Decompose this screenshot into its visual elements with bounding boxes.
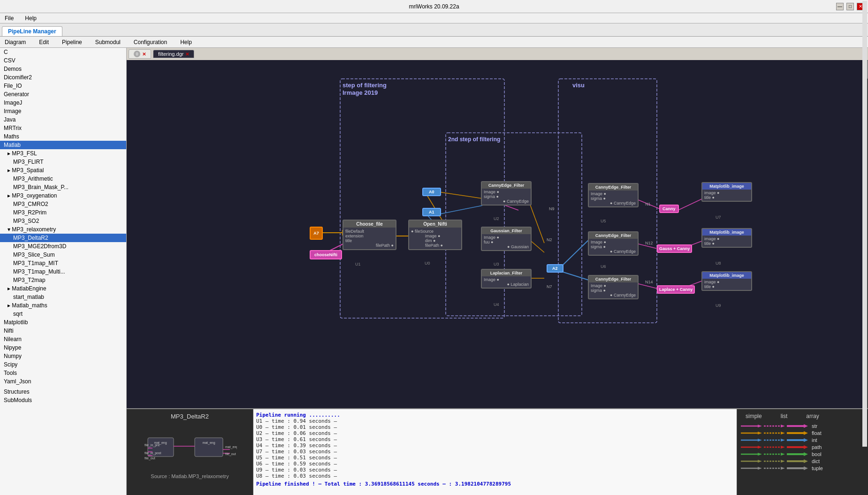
sidebar-item-nilearn[interactable]: Nilearn bbox=[0, 335, 126, 343]
sidebar-item-generator[interactable]: Generator bbox=[0, 90, 126, 99]
node-canny-3[interactable]: CannyEdge_Filter Image ● sigma ● ● Canny… bbox=[588, 231, 639, 256]
node-a0[interactable]: A0 bbox=[422, 188, 441, 196]
choose-file-header: Choose_file bbox=[343, 221, 396, 228]
sidebar-tree-mp3relaxometry[interactable]: ▾ MP3_relaxometry bbox=[0, 225, 126, 234]
sidebar-item-c[interactable]: C bbox=[0, 48, 126, 56]
sidebar-tree-mp3spatial[interactable]: ▸ MP3_Spatial bbox=[0, 166, 126, 175]
node-matplotlib-1[interactable]: Matplotlib_image image ● title ● bbox=[701, 182, 752, 202]
main-container: PipeLine Manager Diagram Edit Pipeline S… bbox=[0, 23, 868, 495]
node-a1[interactable]: A1 bbox=[422, 208, 441, 216]
node-id-u8: U8 bbox=[716, 261, 721, 266]
svg-marker-76 bbox=[804, 459, 808, 463]
sidebar-item-irmage[interactable]: Irmage bbox=[0, 107, 126, 115]
sidebar-item-file-io[interactable]: File_IO bbox=[0, 82, 126, 90]
node-matplotlib-2[interactable]: Matplotlib_image image ● title ● bbox=[701, 228, 752, 248]
sidebar-item-imagej[interactable]: ImageJ bbox=[0, 99, 126, 107]
log-lines: U1 — time : 0.94 seconds —U0 — time : 0.… bbox=[256, 418, 734, 479]
node-canny-2[interactable]: CannyEdge_Filter Image ● sigma ● ● Canny… bbox=[588, 183, 639, 207]
legend-line-array bbox=[787, 423, 808, 429]
legend-row: bool bbox=[741, 451, 864, 457]
sidebar-item-tools[interactable]: Tools bbox=[0, 369, 126, 377]
sidebar-tree-mp3t2map[interactable]: MP3_T2map bbox=[0, 276, 126, 284]
sidebar-tree-mp3cmro2[interactable]: MP3_CMRO2 bbox=[0, 200, 126, 208]
sidebar-item-submoduls[interactable]: SubModuls bbox=[0, 396, 126, 404]
diag-menu-pipeline[interactable]: Pipeline bbox=[59, 38, 85, 46]
sidebar-tree-sqrt[interactable]: sqrt bbox=[0, 310, 126, 318]
log-line: U1 — time : 0.94 seconds — bbox=[256, 418, 734, 424]
sidebar-item-matplotlib[interactable]: Matplotlib bbox=[0, 318, 126, 327]
menu-file[interactable]: File bbox=[2, 14, 16, 23]
sidebar-tree-mp3slice[interactable]: MP3_Slice_Sum bbox=[0, 251, 126, 259]
svg-marker-82 bbox=[804, 466, 808, 470]
sidebar-tree-startmatlab[interactable]: start_matlab bbox=[0, 293, 126, 301]
sidebar-tree-matlabengine[interactable]: ▸ MatlabEngine bbox=[0, 284, 126, 293]
tab-close-filtering[interactable]: ✕ bbox=[185, 52, 189, 57]
node-a5[interactable]: Laplace + Canny bbox=[657, 285, 695, 294]
sidebar-tree-mp3arithmetic[interactable]: MP3_Arithmetic bbox=[0, 175, 126, 183]
content-area: C CSV Demos Dicomifier2 File_IO Generato… bbox=[0, 48, 868, 495]
svg-marker-70 bbox=[804, 452, 808, 456]
svg-marker-64 bbox=[804, 445, 808, 449]
node-a7[interactable]: A7 bbox=[310, 227, 323, 240]
diagram-canvas[interactable]: step of filtering Irmage 2019 2nd step o… bbox=[127, 60, 868, 408]
sidebar-item-numpy[interactable]: Numpy bbox=[0, 352, 126, 360]
node-id-u1: U1 bbox=[355, 262, 361, 267]
node-gaussian[interactable]: Gaussian_Filter Image ● fuu ● ● Gaussian bbox=[481, 227, 532, 251]
sidebar-item-nipype[interactable]: Nipype bbox=[0, 343, 126, 352]
open-nifti-body: ● fileSource image ● dim ● filePath ● bbox=[409, 228, 461, 249]
sidebar-item-demos[interactable]: Demos bbox=[0, 65, 126, 73]
sidebar-tree-mp3oxygenation[interactable]: ▸ MP3_oxygenation bbox=[0, 191, 126, 200]
tab-label-filtering: filtering.dgr bbox=[158, 51, 183, 57]
log-panel[interactable]: Pipeline running .......... U1 — time : … bbox=[253, 409, 737, 495]
diagram-tab-filtering[interactable]: filtering.dgr ✕ bbox=[153, 50, 194, 58]
node-a9[interactable]: chooseNifti bbox=[310, 250, 342, 259]
sidebar-tree-mp3so2[interactable]: MP3_SO2 bbox=[0, 217, 126, 225]
legend-line-array bbox=[787, 444, 808, 450]
legend-line-array bbox=[787, 451, 808, 457]
node-a4[interactable]: Gauss + Canny bbox=[657, 244, 692, 253]
pipeline-tab[interactable]: PipeLine Manager bbox=[2, 26, 62, 36]
diagram-tab-0[interactable]: 0 ✕ bbox=[129, 49, 151, 59]
minimize-button[interactable]: — bbox=[836, 3, 844, 10]
sidebar-tree-mp3fsl[interactable]: ▸ MP3_FSL bbox=[0, 149, 126, 158]
sidebar-item-csv[interactable]: CSV bbox=[0, 56, 126, 65]
node-matplotlib-3[interactable]: Matplotlib_image image ● title ● bbox=[701, 271, 752, 291]
menu-help[interactable]: Help bbox=[22, 14, 39, 23]
thumbnail-svg: mat_eng file_in_pre file_in_post file_ou… bbox=[143, 424, 237, 471]
diag-menu-configuration[interactable]: Configuration bbox=[131, 38, 170, 46]
diag-menu-submodul[interactable]: Submodul bbox=[92, 38, 123, 46]
node-canny-4[interactable]: CannyEdge_Filter Image ● sigma ● ● Canny… bbox=[588, 275, 639, 299]
sidebar-item-structures[interactable]: Structures bbox=[0, 388, 126, 396]
sidebar-item-matlab[interactable]: Matlab bbox=[0, 141, 126, 149]
diag-menu-help[interactable]: Help bbox=[177, 38, 195, 46]
maximize-button[interactable]: □ bbox=[846, 3, 854, 10]
sidebar-item-nifti[interactable]: Nifti bbox=[0, 327, 126, 335]
choose-file-body: fileDefault extension title filePath ● bbox=[343, 228, 396, 249]
sidebar-item-mrtrix[interactable]: MRTrix bbox=[0, 124, 126, 132]
sidebar-tree-mp3t1mit[interactable]: MP3_T1map_MIT bbox=[0, 259, 126, 267]
node-a3[interactable]: Canny bbox=[659, 205, 679, 213]
sidebar-item-java[interactable]: Java bbox=[0, 115, 126, 124]
sidebar-tree-mp3brain[interactable]: MP3_Brain_Mask_P... bbox=[0, 183, 126, 191]
log-line: U9 — time : 0.03 seconds — bbox=[256, 467, 734, 473]
node-open-nifti[interactable]: Open_Nifti ● fileSource image ● dim ● fi… bbox=[408, 220, 462, 250]
node-a2[interactable]: A2 bbox=[547, 264, 563, 273]
sidebar-tree-mp3mge2d[interactable]: MP3_MGE2Dfrom3D bbox=[0, 242, 126, 251]
node-choose-file[interactable]: Choose_file fileDefault extension title … bbox=[343, 220, 396, 250]
tab-close-0[interactable]: ✕ bbox=[142, 52, 146, 57]
sidebar-tree-mp3t1multi[interactable]: MP3_T1map_Multi... bbox=[0, 267, 126, 276]
sidebar-item-scipy[interactable]: Scipy bbox=[0, 360, 126, 369]
sidebar-tree-matlabmaths[interactable]: ▸ Matlab_maths bbox=[0, 301, 126, 310]
sidebar-item-dicomifier2[interactable]: Dicomifier2 bbox=[0, 73, 126, 82]
sidebar-tree-mp3flirt[interactable]: MP3_FLIRT bbox=[0, 158, 126, 166]
node-laplacian[interactable]: Laplacian_Filter Image ● ● Laplacian bbox=[481, 269, 532, 289]
svg-marker-46 bbox=[804, 424, 808, 428]
sidebar-tree-mp3deltar2[interactable]: MP3_DeltaR2 bbox=[0, 234, 126, 242]
sidebar-item-maths[interactable]: Maths bbox=[0, 132, 126, 141]
diag-menu-diagram[interactable]: Diagram bbox=[2, 38, 29, 46]
sidebar-tree-mp3r2prim[interactable]: MP3_R2Prim bbox=[0, 208, 126, 217]
node-canny-1[interactable]: CannyEdge_Filter Image ● sigma ● ● Canny… bbox=[481, 181, 532, 206]
sidebar-item-yamljson[interactable]: Yaml_Json bbox=[0, 377, 126, 386]
svg-marker-58 bbox=[804, 438, 808, 442]
diag-menu-edit[interactable]: Edit bbox=[36, 38, 52, 46]
